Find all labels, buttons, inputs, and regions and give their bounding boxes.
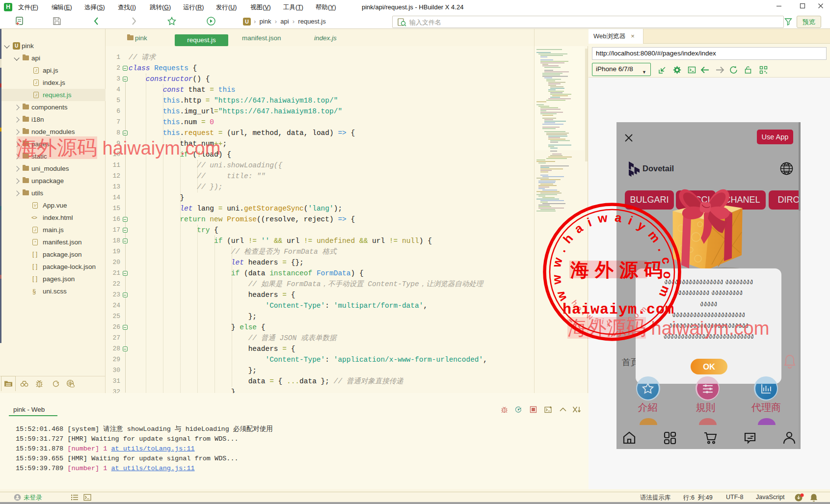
svg-text:haiwaiym.com: haiwaiym.com bbox=[562, 301, 674, 318]
svg-text:海外源码: 海外源码 bbox=[570, 260, 669, 280]
svg-text:www.haiwaiym.com: www.haiwaiym.com bbox=[549, 210, 675, 305]
